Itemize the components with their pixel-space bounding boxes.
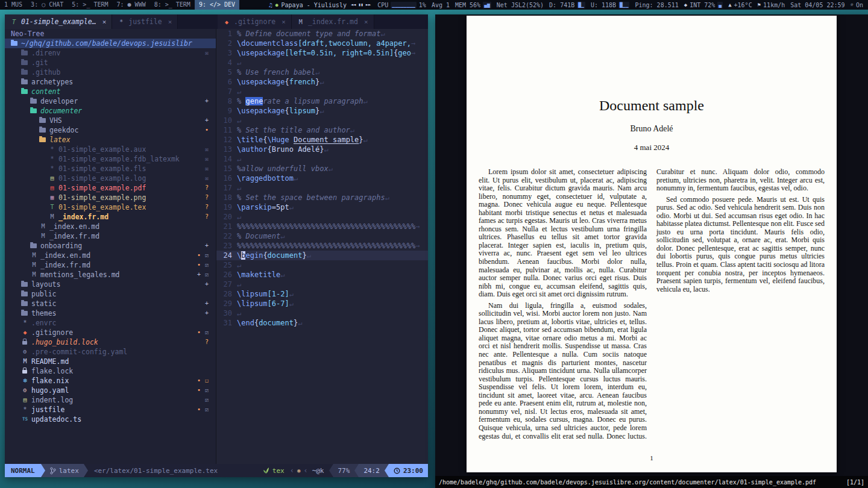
editor-line[interactable]: 22% Document↵	[216, 231, 428, 241]
editor-line[interactable]: 5% Use french babel↵	[216, 67, 428, 77]
editor[interactable]: 1% Define document type and format↵2\doc…	[216, 29, 428, 464]
editor-line[interactable]: 19\parskip=5pt↵	[216, 202, 428, 212]
editor-line[interactable]: 21%%%%%%%%%%%%%%%%%%%%%%%%%%%%%%%%%%%%%%…	[216, 222, 428, 231]
editor-line[interactable]: 14↵	[216, 154, 428, 164]
editor-line[interactable]: 2\documentclass[draft,twocolumn, a4paper…	[216, 39, 428, 48]
tree-item[interactable]: public	[5, 289, 216, 299]
editor-line[interactable]: 1% Define document type and format↵	[216, 29, 428, 39]
workspace-item[interactable]: 5: >_ TERM	[68, 0, 112, 10]
tree-item[interactable]: ◆.gitignore•☑	[5, 328, 216, 337]
tree-item[interactable]: T01-simple_example.tex?	[5, 202, 216, 212]
editor-line[interactable]: 26\maketitle↵	[216, 270, 428, 280]
stat-text: Ping: 28.511	[635, 2, 678, 8]
buffer-tab[interactable]: T01-simple_example…×	[5, 14, 112, 29]
tree-item[interactable]: layouts+	[5, 280, 216, 289]
editor-line[interactable]: 25↵	[216, 260, 428, 270]
indicator-icon: ◉	[297, 468, 300, 474]
markdown-file-icon: M	[39, 231, 47, 241]
tree-item[interactable]: M_index.fr.md	[5, 231, 216, 241]
workspace-item[interactable]: 1 MUS	[0, 0, 27, 10]
editor-line[interactable]: 28\lipsum[1-2]↵	[216, 289, 428, 299]
tree-item[interactable]: flake.lock	[5, 366, 216, 376]
tree-item[interactable]: ⚙.pre-commit-config.yaml	[5, 347, 216, 357]
editor-line[interactable]: 13\author{Bruno Adelé}↵	[216, 145, 428, 154]
tree-item[interactable]: ▤01-simple_example.log☒	[5, 174, 216, 183]
editor-line[interactable]: 6\usepackage{french}↵	[216, 77, 428, 87]
line-text: %%%%%%%%%%%%%%%%%%%%%%%%%%%%%%%%%%%%%%%%…	[237, 222, 428, 231]
tree-item[interactable]: *01-simple_example.fls☒	[5, 164, 216, 174]
editor-line[interactable]: 11% Set the title and author↵	[216, 125, 428, 135]
editor-line[interactable]: 20↵	[216, 212, 428, 222]
buffer-tab[interactable]: M_index.fr.md×	[292, 14, 374, 29]
editor-line[interactable]: 29\lipsum[6-7]↵	[216, 299, 428, 308]
editor-line[interactable]: 8% generate a lipsum paragraph↵	[216, 96, 428, 106]
tree-item[interactable]: .direnv☒	[5, 48, 216, 58]
folder-icon	[21, 51, 28, 55]
tree-item[interactable]: VHS+	[5, 116, 216, 125]
media-next-button[interactable]: ►►	[366, 2, 371, 7]
editor-line[interactable]: 31\end{document}↵	[216, 318, 428, 328]
editor-line[interactable]: 24\begin{document}↵	[216, 251, 428, 260]
tree-item[interactable]: M_index.en.md	[5, 222, 216, 231]
tree-item[interactable]: M_index.fr.md•☑	[5, 260, 216, 270]
editor-line[interactable]: 16\raggedbottom↵	[216, 174, 428, 183]
editor-line[interactable]: 9\usepackage{lipsum}↵	[216, 106, 428, 116]
tree-item[interactable]: developer+	[5, 96, 216, 106]
tree-item[interactable]: .git	[5, 58, 216, 67]
tree-item[interactable]: content	[5, 87, 216, 96]
powerline-separator	[354, 464, 359, 477]
tab-close-icon[interactable]: ×	[168, 18, 172, 26]
tree-item[interactable]: *01-simple_example.fdb_latexmk☒	[5, 154, 216, 164]
editor-line[interactable]: 10↵	[216, 116, 428, 125]
editor-line[interactable]: 15%allow underfull vbox↵	[216, 164, 428, 174]
tree-item[interactable]: M_index.fr.md?	[5, 212, 216, 222]
editor-line[interactable]: 23%%%%%%%%%%%%%%%%%%%%%%%%%%%%%%%%%%%%%%…	[216, 241, 428, 251]
tree-item[interactable]: themes+	[5, 308, 216, 318]
tab-close-icon[interactable]: ×	[364, 18, 368, 26]
folder-icon	[21, 292, 28, 296]
editor-line[interactable]: 17↵	[216, 183, 428, 193]
tab-close-icon[interactable]: ×	[102, 18, 107, 26]
editor-line[interactable]: 4↵	[216, 58, 428, 67]
tree-item[interactable]: geekdoc•	[5, 125, 216, 135]
pdf-view[interactable]: Document sample Bruno Adelé 4 mai 2024 L…	[435, 14, 868, 476]
tree-item[interactable]: ▤indent.log☑	[5, 395, 216, 405]
tree-item[interactable]: .github	[5, 67, 216, 77]
buffer-tab[interactable]: ◆.gitignore×	[218, 14, 292, 29]
media-pause-button[interactable]: ▮▮	[358, 2, 363, 7]
workspace-item[interactable]: 3: ○ CHAT	[27, 0, 68, 10]
editor-line[interactable]: 12\title{\Huge Document sample}↵	[216, 135, 428, 145]
workspace-item[interactable]: 7: ● WWW	[113, 0, 150, 10]
tree-item[interactable]: ❄flake.nix•☐	[5, 376, 216, 386]
tree-item[interactable]: ▦01-simple_example.png?	[5, 193, 216, 202]
tree-item[interactable]: *justfile•☑	[5, 405, 216, 414]
workspace-item[interactable]: 8: >_ TERM	[150, 0, 195, 10]
tree-item[interactable]: *.envrc	[5, 318, 216, 328]
neotree-root-item[interactable]: ~/ghq/github.com/badele/devops.jesuislib…	[5, 39, 216, 48]
tree-item[interactable]: M_index.en.md•☑	[5, 251, 216, 260]
editor-line[interactable]: 30↵	[216, 308, 428, 318]
tree-item[interactable]: static+	[5, 299, 216, 308]
workspace-item[interactable]: 9: </> DEV	[195, 0, 239, 10]
tree-item[interactable]: ▤01-simple_example.pdf?	[5, 183, 216, 193]
tree-item[interactable]: MREADME.md	[5, 357, 216, 366]
tab-close-icon[interactable]: ×	[281, 18, 286, 26]
tree-item[interactable]: .hugo_build.lock?	[5, 337, 216, 347]
stat-text: MEM 56%	[455, 2, 480, 8]
buffer-tab[interactable]: *justfile×	[112, 14, 178, 29]
tree-item[interactable]: onboarding+	[5, 241, 216, 251]
tree-item[interactable]: *01-simple_example.aux☒	[5, 145, 216, 154]
git-status-badges: +	[205, 116, 216, 125]
media-prev-button[interactable]: ◄◄	[351, 2, 356, 7]
tree-item[interactable]: ⚙hugo.yaml•☑	[5, 386, 216, 395]
editor-line[interactable]: 27↵	[216, 280, 428, 289]
tree-item[interactable]: Mmentions_legales.md+☑	[5, 270, 216, 280]
editor-line[interactable]: 7↵	[216, 87, 428, 96]
tree-item[interactable]: TSupdatedoc.ts	[5, 414, 216, 424]
editor-line[interactable]: 3\usepackage[left=0.5in, right=0.5in]{ge…	[216, 48, 428, 58]
git-status-badge: ?	[205, 183, 209, 193]
tree-item[interactable]: archetypes	[5, 77, 216, 87]
editor-line[interactable]: 18% Set the space between paragraphs↵	[216, 193, 428, 202]
tree-item[interactable]: latex	[5, 135, 216, 145]
tree-item[interactable]: documenter	[5, 106, 216, 116]
